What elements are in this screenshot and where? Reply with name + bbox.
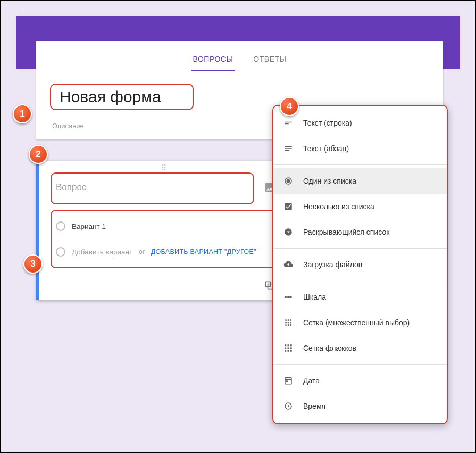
svg-point-22 (290, 324, 291, 326)
dropdown-icon (283, 227, 294, 237)
menu-label: Дата (303, 376, 320, 385)
add-other-button[interactable]: ДОБАВИТЬ ВАРИАНТ "ДРУГОЕ" (151, 248, 256, 256)
menu-label: Время (303, 402, 325, 410)
menu-radio[interactable]: Один из списка (272, 168, 448, 194)
option-label: Вариант 1 (72, 223, 106, 230)
menu-checkbox[interactable]: Несколько из списка (272, 194, 448, 219)
tab-bar: ВОПРОСЫ ОТВЕТЫ (36, 41, 443, 72)
svg-rect-28 (290, 348, 292, 349)
radio-icon (56, 221, 65, 231)
add-option-row: Добавить вариант or ДОБАВИТЬ ВАРИАНТ "ДР… (55, 244, 271, 260)
svg-point-21 (288, 324, 289, 326)
svg-point-14 (285, 319, 287, 321)
menu-paragraph[interactable]: Текст (абзац) (272, 136, 448, 161)
menu-separator (272, 164, 448, 165)
menu-label: Один из списка (303, 177, 356, 185)
svg-point-19 (290, 322, 291, 324)
svg-rect-31 (290, 350, 292, 352)
menu-grid-radio[interactable]: Сетка (множественный выбор) (272, 310, 448, 335)
svg-point-18 (288, 322, 289, 324)
svg-rect-36 (286, 381, 287, 382)
annotation-badge-3: 3 (23, 254, 43, 274)
menu-label: Несколько из списка (303, 202, 374, 211)
menu-short-text[interactable]: Текст (строка) (272, 110, 448, 136)
grid-radio-icon (283, 317, 294, 328)
question-card: ⠿ Вопрос Вариант 1 Добавить вариант or Д… (36, 161, 286, 300)
svg-point-17 (285, 322, 287, 324)
svg-rect-26 (285, 348, 286, 349)
question-type-menu: Текст (строка) Текст (абзац) Один из спи… (272, 105, 448, 424)
svg-rect-4 (285, 146, 292, 147)
clock-icon (283, 401, 294, 411)
svg-rect-29 (285, 350, 286, 352)
app-window: ВОПРОСЫ ОТВЕТЫ Новая форма Описание ⠿ Во… (0, 0, 476, 453)
menu-label: Текст (строка) (303, 119, 352, 127)
option-row[interactable]: Вариант 1 (55, 218, 271, 234)
short-text-icon (283, 118, 294, 128)
svg-rect-23 (285, 344, 286, 346)
menu-label: Шкала (303, 293, 326, 301)
radio-button-icon (283, 176, 294, 186)
menu-label: Текст (абзац) (303, 144, 349, 153)
menu-date[interactable]: Дата (272, 368, 448, 393)
grid-check-icon (283, 343, 294, 353)
calendar-icon (283, 375, 294, 386)
menu-label: Сетка флажков (303, 344, 356, 352)
options-block: Вариант 1 Добавить вариант or ДОБАВИТЬ В… (51, 210, 278, 268)
svg-rect-6 (285, 150, 289, 151)
annotation-badge-2: 2 (29, 145, 48, 164)
or-text: or (139, 248, 145, 256)
svg-rect-5 (285, 148, 292, 149)
svg-point-16 (290, 319, 291, 321)
radio-icon (56, 247, 65, 257)
menu-time[interactable]: Время (272, 393, 448, 419)
svg-rect-2 (285, 122, 292, 123)
svg-point-20 (285, 324, 287, 326)
menu-label: Сетка (множественный выбор) (303, 318, 410, 327)
svg-rect-30 (288, 350, 289, 352)
form-title-input[interactable]: Новая форма (50, 84, 194, 110)
svg-rect-24 (288, 344, 289, 346)
menu-grid-check[interactable]: Сетка флажков (272, 335, 448, 361)
tab-questions[interactable]: ВОПРОСЫ (191, 51, 236, 71)
svg-rect-25 (290, 344, 292, 346)
drag-handle-icon[interactable]: ⠿ (51, 166, 278, 169)
annotation-badge-4: 4 (280, 97, 299, 116)
menu-upload[interactable]: Загрузка файлов (272, 252, 448, 277)
tab-responses[interactable]: ОТВЕТЫ (251, 51, 288, 71)
paragraph-icon (283, 143, 294, 154)
menu-scale[interactable]: Шкала (272, 284, 448, 310)
svg-point-15 (288, 319, 289, 321)
checkbox-icon (283, 201, 294, 212)
linear-scale-icon (283, 292, 294, 302)
cloud-upload-icon (283, 259, 294, 270)
svg-point-8 (287, 179, 289, 182)
svg-rect-3 (285, 123, 289, 125)
menu-separator (272, 248, 448, 249)
svg-rect-13 (286, 296, 291, 298)
menu-separator (272, 281, 448, 281)
question-input[interactable]: Вопрос (51, 172, 254, 204)
add-option-button[interactable]: Добавить вариант (72, 248, 132, 256)
menu-dropdown[interactable]: Раскрывающийся список (272, 219, 448, 245)
svg-rect-27 (288, 348, 289, 349)
menu-label: Раскрывающийся список (303, 228, 389, 236)
menu-separator (272, 364, 448, 365)
menu-label: Загрузка файлов (303, 260, 362, 269)
annotation-badge-1: 1 (13, 104, 32, 123)
